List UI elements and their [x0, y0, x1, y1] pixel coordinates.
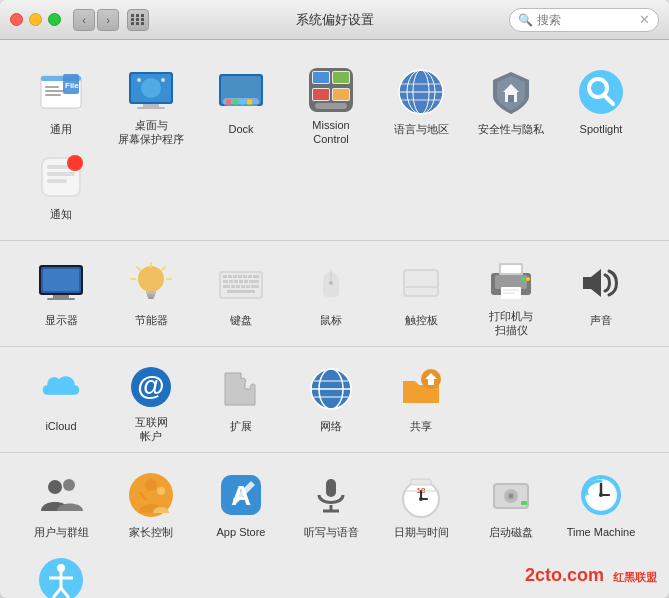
svg-rect-11	[137, 107, 165, 109]
svg-point-96	[521, 277, 525, 281]
pref-parental[interactable]: 家长控制	[106, 461, 196, 546]
trackpad-icon	[395, 257, 447, 309]
trackpad-label: 触控板	[405, 313, 438, 327]
minimize-button[interactable]	[29, 13, 42, 26]
printers-icon	[485, 257, 537, 305]
pref-mouse[interactable]: 鼠标	[286, 249, 376, 334]
search-input[interactable]	[537, 13, 637, 27]
general-label: 通用	[50, 122, 72, 136]
pref-energy[interactable]: 节能器	[106, 249, 196, 334]
watermark: 2cto.com 红黑联盟	[525, 565, 657, 586]
grid-view-button[interactable]	[127, 9, 149, 31]
security-label: 安全性与隐私	[478, 122, 544, 136]
pref-mission[interactable]: MissionControl	[286, 58, 376, 143]
parental-icon	[125, 469, 177, 521]
svg-rect-52	[43, 269, 79, 291]
search-clear-icon[interactable]: ✕	[639, 12, 650, 27]
maximize-button[interactable]	[48, 13, 61, 26]
svg-rect-81	[246, 285, 250, 288]
energy-icon	[125, 257, 177, 309]
pref-timemachine[interactable]: Time Machine	[556, 461, 646, 546]
svg-point-12	[137, 78, 141, 82]
svg-rect-19	[240, 100, 245, 105]
pref-extensions[interactable]: 扩展	[196, 355, 286, 440]
svg-rect-45	[47, 172, 75, 176]
pref-general[interactable]: File 通用	[16, 58, 106, 143]
close-button[interactable]	[10, 13, 23, 26]
pref-trackpad[interactable]: 触控板	[376, 249, 466, 334]
datetime-icon: 18	[395, 469, 447, 521]
svg-rect-72	[229, 280, 233, 283]
pref-spotlight[interactable]: Spotlight	[556, 58, 646, 143]
svg-rect-68	[243, 275, 247, 278]
pref-dock[interactable]: Dock	[196, 58, 286, 143]
security-icon	[485, 66, 537, 118]
internet-label: 互联网帐户	[135, 415, 168, 444]
pref-startup[interactable]: 启动磁盘	[466, 461, 556, 546]
pref-security[interactable]: 安全性与隐私	[466, 58, 556, 143]
hardware-icons-grid: 显示器	[16, 249, 653, 334]
svg-rect-56	[148, 297, 154, 299]
svg-text:@: @	[137, 370, 164, 401]
svg-rect-4	[45, 94, 61, 96]
forward-button[interactable]: ›	[97, 9, 119, 31]
spotlight-icon	[575, 66, 627, 118]
search-box[interactable]: 🔍 ✕	[509, 8, 659, 32]
mission-icon	[305, 66, 357, 114]
pref-internet[interactable]: @ 互联网帐户	[106, 355, 196, 440]
system-preferences-window: ‹ › 系统偏好设置 🔍 ✕	[0, 0, 669, 598]
svg-rect-76	[249, 280, 259, 283]
svg-rect-120	[411, 479, 431, 485]
svg-rect-83	[227, 290, 255, 293]
internet-icon: @	[125, 363, 177, 411]
back-button[interactable]: ‹	[73, 9, 95, 31]
dictation-label: 听写与语音	[304, 525, 359, 539]
svg-rect-116	[326, 479, 336, 497]
section-internet: iCloud @ 互联网帐户	[0, 346, 669, 452]
extensions-label: 扩展	[230, 419, 252, 433]
content-area: File 通用	[0, 40, 669, 598]
pref-printers[interactable]: 打印机与扫描仪	[466, 249, 556, 334]
svg-rect-73	[234, 280, 238, 283]
traffic-lights	[10, 13, 61, 26]
svg-rect-25	[333, 72, 349, 83]
sharing-label: 共享	[410, 419, 432, 433]
displays-label: 显示器	[45, 313, 78, 327]
users-label: 用户与群组	[34, 525, 89, 539]
svg-rect-64	[223, 275, 227, 278]
pref-network[interactable]: 网络	[286, 355, 376, 440]
pref-appstore[interactable]: A App Store	[196, 461, 286, 546]
svg-point-39	[579, 70, 623, 114]
sound-label: 声音	[590, 313, 612, 327]
titlebar: ‹ › 系统偏好设置 🔍 ✕	[0, 0, 669, 40]
svg-point-85	[329, 281, 333, 285]
desktop-label: 桌面与屏幕保护程序	[118, 118, 184, 147]
sharing-icon	[395, 363, 447, 415]
svg-rect-10	[143, 104, 159, 107]
pref-keyboard[interactable]: 键盘	[196, 249, 286, 334]
section-hardware: 显示器	[0, 240, 669, 346]
pref-users[interactable]: 用户与群组	[16, 461, 106, 546]
pref-accessibility[interactable]: 辅助功能	[16, 546, 106, 598]
pref-sharing[interactable]: 共享	[376, 355, 466, 440]
mouse-label: 鼠标	[320, 313, 342, 327]
pref-language[interactable]: 语言与地区	[376, 58, 466, 143]
svg-rect-46	[47, 179, 67, 183]
svg-point-108	[48, 480, 62, 494]
pref-datetime[interactable]: 18 日期与时间	[376, 461, 466, 546]
svg-point-97	[526, 277, 530, 281]
svg-rect-65	[228, 275, 232, 278]
pref-desktop[interactable]: 桌面与屏幕保护程序	[106, 58, 196, 143]
svg-rect-55	[147, 294, 155, 297]
pref-icloud[interactable]: iCloud	[16, 355, 106, 440]
pref-sound[interactable]: 声音	[556, 249, 646, 334]
svg-rect-17	[226, 100, 231, 105]
svg-rect-131	[521, 501, 527, 505]
pref-dictation[interactable]: 听写与语音	[286, 461, 376, 546]
timemachine-icon	[575, 469, 627, 521]
pref-notifications[interactable]: 通知	[16, 143, 106, 228]
icloud-label: iCloud	[45, 419, 76, 433]
startup-label: 启动磁盘	[489, 525, 533, 539]
svg-rect-38	[508, 95, 514, 102]
pref-displays[interactable]: 显示器	[16, 249, 106, 334]
